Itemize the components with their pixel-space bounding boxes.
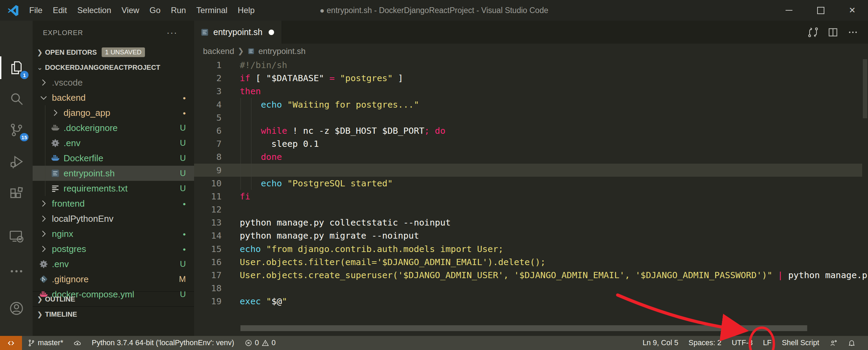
accounts-button[interactable] <box>0 296 33 321</box>
tab-entrypoint-sh[interactable]: entrypoint.sh <box>194 21 282 44</box>
tree-item-nginx[interactable]: nginx● <box>33 226 194 241</box>
git-status-badge: U <box>180 168 186 178</box>
project-label: DOCKERDJANGOREACTPROJECT <box>45 64 160 72</box>
chevron-right-icon: ❯ <box>35 295 45 303</box>
remote-indicator[interactable] <box>0 336 22 350</box>
open-changes-icon[interactable] <box>808 27 819 38</box>
tree-item--env[interactable]: .envU <box>33 256 194 272</box>
extensions-view-button[interactable] <box>0 181 33 206</box>
additional-views-button[interactable] <box>0 259 33 284</box>
tree-item-backend[interactable]: backend● <box>33 90 194 105</box>
language-mode-status[interactable]: Shell Script <box>782 339 819 347</box>
file-name: localPythonEnv <box>52 214 113 224</box>
tree-item--env[interactable]: .envU <box>33 135 194 151</box>
tree-item-frontend[interactable]: frontend● <box>33 196 194 211</box>
line-number: 2 <box>194 72 222 85</box>
feedback-button[interactable] <box>830 339 837 347</box>
gear-icon <box>39 259 52 269</box>
tree-item-dockerfile[interactable]: DockerfileU <box>33 151 194 166</box>
maximize-icon <box>817 7 824 14</box>
more-actions-icon[interactable] <box>847 27 858 38</box>
tree-item--dockerignore[interactable]: .dockerignoreU <box>33 120 194 135</box>
menu-edit[interactable]: Edit <box>48 0 72 21</box>
project-section[interactable]: ⌄ DOCKERDJANGOREACTPROJECT <box>33 60 194 75</box>
code-line-8: done <box>240 150 868 163</box>
code-content: #!/bin/shif [ "$DATABASE" = "postgres" ]… <box>240 58 868 308</box>
python-interpreter-status[interactable]: Python 3.7.4 64-bit ('localPythonEnv': v… <box>92 339 234 347</box>
menu-file[interactable]: File <box>24 0 48 21</box>
explorer-more-actions-icon[interactable]: ··· <box>167 28 178 38</box>
menu-selection[interactable]: Selection <box>72 0 116 21</box>
tree-item-django-app[interactable]: django_app● <box>33 105 194 120</box>
line-number: 19 <box>194 295 222 308</box>
code-line-12 <box>240 203 868 216</box>
line-number: 15 <box>194 242 222 255</box>
file-name: django_app <box>64 108 110 118</box>
breadcrumb-file[interactable]: entrypoint.sh <box>258 46 305 56</box>
tree-item-localpythonenv[interactable]: localPythonEnv <box>33 211 194 226</box>
explorer-view-button[interactable]: 1 <box>0 55 33 80</box>
run-debug-view-button[interactable] <box>0 149 33 174</box>
outline-label: OUTLINE <box>45 295 75 303</box>
shell-icon <box>50 168 64 178</box>
split-editor-icon[interactable] <box>827 27 838 38</box>
vertical-scrollbar[interactable] <box>863 59 867 118</box>
code-editor[interactable]: 12345678910111213141516171819 #!/bin/shi… <box>194 58 868 336</box>
title-bar: File Edit Selection View Go Run Terminal… <box>0 0 868 21</box>
sidebar-title: EXPLORER <box>43 29 83 37</box>
branch-name: master* <box>38 339 63 347</box>
cursor-position-status[interactable]: Ln 9, Col 5 <box>643 339 678 347</box>
breadcrumb-folder[interactable]: backend <box>203 46 234 56</box>
menu-run[interactable]: Run <box>166 0 191 21</box>
file-name: entrypoint.sh <box>64 168 115 179</box>
minimize-button[interactable] <box>773 0 805 21</box>
explorer-sidebar: EXPLORER ··· ❯ OPEN EDITORS 1 UNSAVED ⌄ … <box>33 21 194 336</box>
code-line-17: User.objects.create_superuser('$DJANGO_A… <box>240 269 868 282</box>
close-icon: ✕ <box>849 6 856 14</box>
sync-changes-button[interactable] <box>74 339 81 347</box>
error-count: 0 <box>255 339 259 347</box>
line-number: 6 <box>194 124 222 137</box>
open-editors-section[interactable]: ❯ OPEN EDITORS 1 UNSAVED <box>33 45 194 60</box>
menu-go[interactable]: Go <box>144 0 166 21</box>
timeline-section[interactable]: ❯ TIMELINE <box>33 306 194 322</box>
tree-item-entrypoint-sh[interactable]: entrypoint.shU <box>33 166 194 181</box>
chevron-down-icon: ⌄ <box>35 63 45 72</box>
menu-view[interactable]: View <box>116 0 145 21</box>
tree-item-postgres[interactable]: postgres● <box>33 241 194 256</box>
line-number: 17 <box>194 269 222 282</box>
line-number: 11 <box>194 190 222 203</box>
horizontal-scrollbar[interactable] <box>240 325 807 331</box>
search-view-button[interactable] <box>0 86 33 111</box>
line-number: 16 <box>194 255 222 269</box>
debug-icon <box>9 154 24 169</box>
tree-item-requirements-txt[interactable]: requirements.txtU <box>33 181 194 196</box>
tree-item--gitignore[interactable]: .gitignoreM <box>33 272 194 287</box>
encoding-status[interactable]: UTF-8 <box>732 339 753 347</box>
code-line-19: exec "$@" <box>240 295 868 308</box>
code-line-10: echo "PostgreSQL started" <box>240 177 868 190</box>
git-branch-status[interactable]: master* <box>27 339 63 347</box>
outline-section[interactable]: ❯ OUTLINE <box>33 291 194 307</box>
menu-terminal[interactable]: Terminal <box>191 0 233 21</box>
sync-icon <box>74 339 81 347</box>
eol-status[interactable]: LF <box>763 339 771 347</box>
menu-help[interactable]: Help <box>233 0 260 21</box>
window-controls: ✕ <box>773 0 868 21</box>
activity-bar: 1 15 1 <box>0 21 33 336</box>
chevron-right-icon <box>39 198 52 209</box>
maximize-button[interactable] <box>805 0 836 21</box>
close-button[interactable]: ✕ <box>836 0 868 21</box>
window-title: ● entrypoint.sh - DockerDjangoReactProje… <box>320 6 548 15</box>
unsaved-dot-icon[interactable] <box>269 30 274 35</box>
problems-status[interactable]: 0 0 <box>245 339 276 347</box>
remote-explorer-view-button[interactable] <box>0 223 33 249</box>
source-control-view-button[interactable]: 15 <box>0 117 33 143</box>
notifications-button[interactable] <box>848 339 856 347</box>
chevron-right-icon <box>39 214 52 224</box>
tree-item--vscode[interactable]: .vscode <box>33 75 194 90</box>
indentation-status[interactable]: Spaces: 2 <box>689 339 722 347</box>
git-status-badge: U <box>180 123 186 133</box>
code-line-13: python manage.py collectstatic --noinput <box>240 216 868 229</box>
indentation: Spaces: 2 <box>689 339 722 347</box>
